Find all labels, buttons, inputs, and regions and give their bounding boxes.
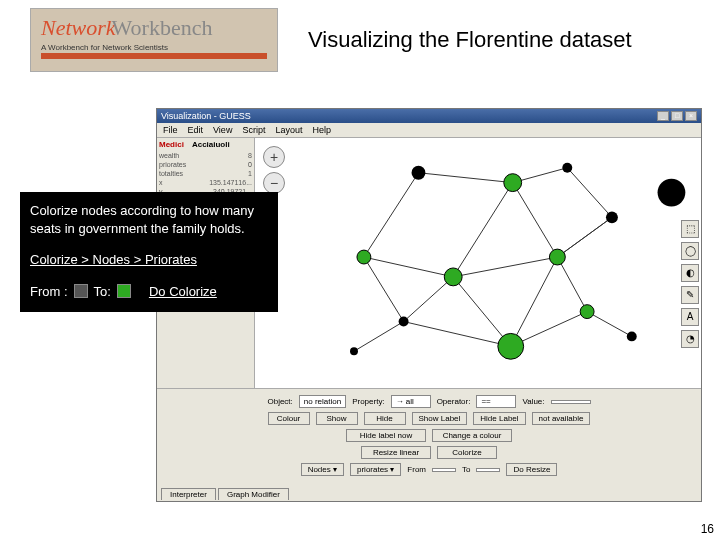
tool-button[interactable]: A (681, 308, 699, 326)
resizelinear-button[interactable]: Resize linear (361, 446, 431, 459)
svg-point-19 (412, 166, 426, 180)
prop-val: 8 (248, 152, 252, 159)
window-title: Visualization - GUESS (161, 111, 251, 121)
svg-line-7 (404, 277, 454, 322)
label: Value: (522, 397, 544, 406)
changecolour-button[interactable]: Change a colour (432, 429, 512, 442)
nodes-select[interactable]: Nodes ▾ (301, 463, 344, 476)
close-button[interactable]: × (685, 111, 697, 121)
svg-point-21 (562, 163, 572, 173)
colour-button[interactable]: Colour (268, 412, 310, 425)
tab-interpreter[interactable]: Interpreter (161, 488, 216, 500)
zoom-out-button[interactable]: − (263, 172, 285, 194)
svg-line-0 (418, 173, 512, 183)
from-swatch (74, 284, 88, 298)
to-input[interactable] (476, 468, 500, 472)
to-label: To: (94, 283, 111, 301)
svg-line-4 (453, 183, 513, 277)
prop-val: 0 (248, 161, 252, 168)
overlay-description: Colorize nodes according to how many sea… (30, 202, 268, 237)
do-colorize-link[interactable]: Do Colorize (149, 283, 217, 301)
svg-line-3 (513, 183, 558, 257)
logo-bar (41, 53, 267, 59)
na-button[interactable]: not available (532, 412, 591, 425)
from-label: From : (30, 283, 68, 301)
doresize-button[interactable]: Do Resize (506, 463, 557, 476)
svg-point-27 (399, 317, 409, 327)
showlabel-button[interactable]: Show Label (412, 412, 468, 425)
menu-item[interactable]: Help (312, 125, 331, 135)
tool-button[interactable]: ◯ (681, 242, 699, 260)
prop-key: priorates (159, 161, 186, 168)
colorize-button[interactable]: Colorize (437, 446, 497, 459)
tool-button[interactable]: ⬚ (681, 220, 699, 238)
svg-line-5 (567, 168, 612, 218)
min-button[interactable]: _ (657, 111, 669, 121)
value-input[interactable] (551, 400, 591, 404)
svg-line-18 (511, 257, 558, 346)
svg-point-20 (504, 174, 522, 192)
menubar: File Edit View Script Layout Help (157, 123, 701, 137)
svg-line-14 (364, 257, 404, 321)
svg-point-29 (498, 333, 524, 359)
hidelabel-button[interactable]: Hide Label (473, 412, 525, 425)
svg-point-31 (627, 331, 637, 341)
show-button[interactable]: Show (316, 412, 358, 425)
prop-key: x (159, 179, 163, 186)
label: From (407, 465, 426, 474)
bottom-tabs: Interpreter Graph Modifier (157, 486, 701, 500)
menu-item[interactable]: View (213, 125, 232, 135)
overlay-path: Colorize > Nodes > Priorates (30, 251, 268, 269)
tab-graphmodifier[interactable]: Graph Modifier (218, 488, 289, 500)
graph-svg (255, 138, 701, 388)
tool-button[interactable]: ◐ (681, 264, 699, 282)
property-select[interactable]: → all (391, 395, 431, 408)
prop-key: totalties (159, 170, 183, 177)
hidelabelnow-button[interactable]: Hide label now (346, 429, 426, 442)
graph-canvas[interactable]: + − (255, 138, 701, 388)
zoom-in-button[interactable]: + (263, 146, 285, 168)
from-input[interactable] (432, 468, 456, 472)
tool-palette: ⬚ ◯ ◐ ✎ A ◔ (681, 220, 699, 348)
titlebar[interactable]: Visualization - GUESS _ □ × (157, 109, 701, 123)
to-swatch (117, 284, 131, 298)
logo-name1: Network (41, 15, 116, 40)
panel-header-1: Medici (159, 140, 184, 149)
object-select[interactable]: no relation (299, 395, 346, 408)
svg-line-16 (587, 312, 632, 337)
svg-line-6 (364, 257, 453, 277)
svg-point-23 (658, 179, 686, 207)
svg-line-11 (557, 257, 587, 312)
page-number: 16 (701, 522, 714, 536)
label: Operator: (437, 397, 471, 406)
svg-point-22 (606, 211, 618, 223)
label: Property: (352, 397, 384, 406)
prop-key: wealth (159, 152, 179, 159)
operator-select[interactable]: == (476, 395, 516, 408)
menu-item[interactable]: Edit (188, 125, 204, 135)
svg-line-15 (354, 322, 404, 352)
prop-val: 135.147116... (209, 179, 252, 186)
menu-item[interactable]: File (163, 125, 178, 135)
logo-subtitle: A Workbench for Network Scientists (41, 43, 267, 52)
svg-line-8 (453, 277, 511, 346)
max-button[interactable]: □ (671, 111, 683, 121)
page-title: Visualizing the Florentine dataset (308, 27, 632, 53)
svg-point-24 (357, 250, 371, 264)
bottom-panel: Object: no relation Property: → all Oper… (157, 389, 701, 486)
svg-point-25 (444, 268, 462, 286)
menu-item[interactable]: Layout (275, 125, 302, 135)
svg-line-17 (557, 217, 612, 257)
panel-header-2: Acciaiuoli (192, 140, 230, 149)
tool-button[interactable]: ✎ (681, 286, 699, 304)
label: To (462, 465, 470, 474)
svg-point-30 (580, 305, 594, 319)
label: Object: (267, 397, 292, 406)
tool-button[interactable]: ◔ (681, 330, 699, 348)
hide-button[interactable]: Hide (364, 412, 406, 425)
logo-name2: Workbench (112, 15, 213, 40)
svg-line-1 (364, 173, 419, 257)
menu-item[interactable]: Script (242, 125, 265, 135)
attr-select[interactable]: priorates ▾ (350, 463, 401, 476)
prop-val: 1 (248, 170, 252, 177)
